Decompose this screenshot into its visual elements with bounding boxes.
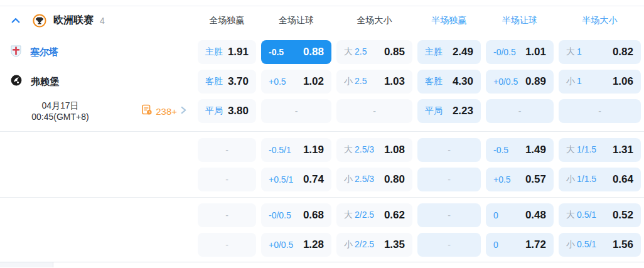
odds-cell[interactable]: 平局3.80: [198, 99, 256, 123]
odds-cell[interactable]: +0/0.51.28: [261, 233, 331, 257]
odds-value: 1.49: [525, 144, 546, 156]
odds-cell[interactable]: +0.50.57: [486, 168, 554, 191]
odds-value: 3.70: [228, 75, 249, 88]
collapse-chevron-up-icon[interactable]: [9, 14, 23, 28]
line-value: 1: [577, 76, 582, 86]
odds-selection-label: 小2/2.5: [344, 239, 374, 250]
odds-selection-label: 平局: [425, 105, 443, 117]
no-odds-dash: -: [225, 174, 228, 185]
odds-cell-empty: -: [198, 203, 256, 227]
odds-selection-label: -0.5: [493, 145, 508, 155]
odds-selection-label: 0: [493, 210, 498, 220]
column-header-half-over-under: 半场大小: [559, 15, 641, 26]
odds-cell[interactable]: 小1/1.50.64: [559, 168, 641, 191]
odds-value: 1.01: [525, 46, 546, 58]
odds-grid-alt-2: --0/0.50.68大2/2.50.62-00.48大0.5/10.52-+0…: [195, 203, 644, 257]
line-value: 2/2.5: [355, 210, 374, 220]
odds-value: 1.91: [228, 46, 249, 58]
group-separator: [0, 131, 644, 132]
odds-selection-label: 小1/1.5: [566, 174, 596, 185]
league-match-count: 4: [100, 16, 105, 26]
match-info-panel: 塞尔塔 弗赖堡 04月17日 00:45(GMT+8: [0, 40, 195, 123]
odds-selection-label: 小0.5/1: [566, 239, 596, 250]
more-markets-link[interactable]: 238+: [141, 104, 187, 118]
odds-selection-label: -0.5: [269, 47, 284, 57]
odds-cell[interactable]: 00.48: [486, 203, 554, 227]
odds-cell[interactable]: -0.50.88: [261, 40, 331, 64]
odds-selection-label: 小2.5: [344, 76, 367, 87]
odds-value: 4.30: [453, 75, 473, 88]
no-odds-dash: -: [448, 174, 451, 185]
league-header-left: 欧洲联赛 4: [0, 14, 195, 28]
line-value: 1/1.5: [577, 144, 596, 154]
line-value: 2.5: [355, 46, 367, 56]
odds-cell[interactable]: 01.72: [486, 233, 554, 257]
odds-cell[interactable]: +0/0.50.89: [486, 70, 554, 94]
odds-cell[interactable]: 小2.51.03: [336, 70, 412, 94]
odds-cell[interactable]: 大0.5/10.52: [559, 203, 641, 227]
match-datetime: 04月17日 00:45(GMT+8): [0, 100, 121, 122]
column-header-half-handicap: 半场让球: [486, 15, 554, 26]
odds-cell[interactable]: 大10.82: [559, 40, 641, 64]
odds-cell[interactable]: 主胜1.91: [198, 40, 256, 64]
odds-cell[interactable]: 小11.06: [559, 70, 641, 94]
odds-cell[interactable]: 客胜3.70: [198, 70, 256, 94]
market-column-headers: 全场独赢 全场让球 全场大小 半场独赢 半场让球 半场大小: [195, 15, 644, 26]
odds-value: 0.64: [613, 173, 633, 186]
no-odds-dash: -: [225, 240, 228, 250]
odds-selection-label: +0.5/1: [269, 174, 293, 185]
line-value: 2/2.5: [355, 239, 374, 249]
left-spacer: [0, 138, 195, 191]
odds-cell[interactable]: 大2.5/31.08: [336, 138, 412, 162]
column-header-half-win: 半场独赢: [417, 15, 481, 26]
odds-value: 1.56: [613, 239, 633, 251]
odds-value: 1.31: [613, 144, 633, 156]
odds-cell[interactable]: 大1/1.51.31: [559, 138, 641, 162]
over-under-prefix: 小: [344, 174, 353, 184]
odds-value: 1.35: [384, 239, 405, 251]
over-under-prefix: 大: [344, 46, 353, 56]
odds-selection-label: +0.5: [269, 77, 286, 87]
odds-cell[interactable]: 小0.5/11.56: [559, 233, 641, 257]
odds-value: 0.52: [613, 209, 633, 222]
odds-selection-label: 0: [493, 240, 498, 250]
odds-cell[interactable]: 小2.5/30.80: [336, 168, 412, 191]
alt-odds-band-1: --0.5/11.19大2.5/31.08--0.51.49大1/1.51.31…: [0, 138, 644, 191]
odds-value: 2.23: [453, 105, 473, 117]
odds-cell[interactable]: -0/0.51.01: [486, 40, 554, 64]
odds-value: 2.49: [453, 46, 473, 58]
odds-cell[interactable]: +0.51.02: [261, 70, 331, 94]
line-value: 1: [577, 46, 582, 56]
odds-selection-label: 主胜: [425, 46, 443, 58]
odds-cell[interactable]: +0.5/10.74: [261, 168, 331, 191]
odds-cell[interactable]: -0.51.49: [486, 138, 554, 162]
odds-value: 0.80: [384, 173, 405, 186]
odds-cell[interactable]: 平局2.23: [417, 99, 481, 123]
odds-selection-label: 大0.5/1: [566, 210, 596, 221]
away-team-row[interactable]: 弗赖堡: [0, 70, 195, 94]
left-spacer: [0, 203, 195, 257]
line-value: 2.5/3: [355, 174, 374, 184]
column-header-full-over-under: 全场大小: [336, 15, 412, 26]
line-value: 0.5/1: [577, 210, 596, 220]
odds-selection-label: +0/0.5: [493, 77, 518, 87]
home-team-row[interactable]: 塞尔塔: [0, 40, 195, 64]
odds-cell[interactable]: 小2/2.51.35: [336, 233, 412, 257]
odds-cell[interactable]: 客胜4.30: [417, 70, 481, 94]
odds-cell[interactable]: 大2/2.50.62: [336, 203, 412, 227]
over-under-prefix: 小: [344, 239, 353, 249]
odds-value: 0.88: [303, 46, 324, 58]
chevron-right-icon: [180, 105, 187, 117]
away-team-name: 弗赖堡: [31, 76, 59, 88]
next-section-left-cell: [0, 262, 53, 267]
over-under-prefix: 小: [566, 239, 575, 249]
over-under-prefix: 大: [344, 144, 353, 154]
odds-cell[interactable]: -0.5/11.19: [261, 138, 331, 162]
odds-cell[interactable]: 大2.50.85: [336, 40, 412, 64]
odds-value: 0.68: [303, 209, 324, 222]
over-under-prefix: 小: [344, 76, 353, 86]
odds-value: 0.48: [525, 209, 546, 222]
odds-cell[interactable]: -0/0.50.68: [261, 203, 331, 227]
odds-cell[interactable]: 主胜2.49: [417, 40, 481, 64]
odds-grid-alt-1: --0.5/11.19大2.5/31.08--0.51.49大1/1.51.31…: [195, 138, 644, 191]
